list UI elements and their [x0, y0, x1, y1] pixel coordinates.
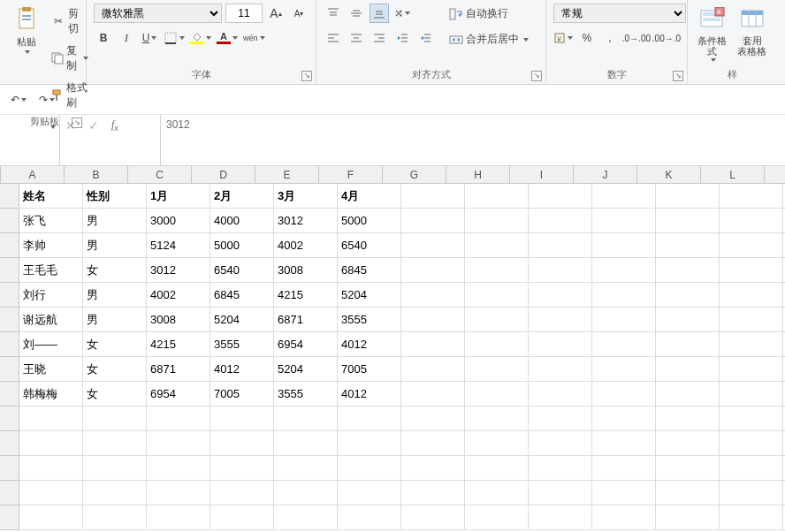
paste-button[interactable]: 粘贴 [11, 4, 42, 56]
cell[interactable] [210, 481, 274, 505]
cell[interactable] [465, 184, 529, 209]
cell[interactable] [210, 407, 274, 431]
cell[interactable] [401, 505, 465, 530]
cell[interactable] [401, 481, 465, 505]
cell[interactable] [401, 382, 465, 407]
cell[interactable] [338, 481, 401, 505]
row-header[interactable] [0, 209, 19, 233]
cell[interactable] [720, 209, 783, 233]
cell[interactable] [274, 431, 338, 456]
cell[interactable]: 4000 [210, 209, 274, 233]
cell[interactable] [656, 209, 720, 233]
cell[interactable] [720, 357, 783, 382]
cell[interactable] [529, 233, 592, 258]
cell[interactable] [83, 481, 147, 505]
row-header[interactable] [0, 283, 19, 308]
cell[interactable] [529, 283, 592, 308]
cell[interactable] [529, 431, 592, 456]
cell[interactable] [401, 456, 465, 481]
row-header[interactable] [0, 481, 19, 505]
row-header[interactable] [0, 357, 19, 382]
row-header[interactable] [0, 233, 19, 258]
cell[interactable] [720, 308, 783, 332]
cell[interactable] [592, 505, 656, 530]
undo-button[interactable]: ↶ [9, 90, 28, 110]
cell[interactable] [720, 382, 783, 407]
cell[interactable] [465, 456, 529, 481]
cell[interactable]: 3555 [210, 332, 274, 357]
cell[interactable] [401, 258, 465, 283]
cell[interactable]: 王晓 [19, 357, 83, 382]
row-header[interactable] [0, 308, 19, 332]
row-header[interactable] [0, 332, 19, 357]
cell[interactable]: 3555 [274, 382, 338, 407]
cell[interactable]: 6871 [274, 308, 338, 332]
cell[interactable] [19, 481, 83, 505]
cell[interactable]: 3012 [147, 258, 210, 283]
cell[interactable] [720, 258, 783, 283]
cell[interactable] [656, 283, 720, 308]
cell[interactable]: 男 [83, 283, 147, 308]
cell[interactable] [465, 283, 529, 308]
increase-decimal-button[interactable]: .0→.00 [623, 28, 650, 48]
cell[interactable] [465, 431, 529, 456]
cell[interactable] [401, 308, 465, 332]
cell[interactable] [529, 258, 592, 283]
cell[interactable]: 5204 [210, 308, 274, 332]
cell[interactable]: 男 [83, 308, 147, 332]
cell[interactable] [19, 505, 83, 530]
cell[interactable] [401, 357, 465, 382]
cell[interactable] [529, 456, 592, 481]
accept-formula-button[interactable]: ✓ [88, 118, 99, 133]
conditional-formatting-button[interactable]: ≠ 条件格式 [695, 4, 729, 64]
row-header[interactable] [0, 382, 19, 407]
row-header[interactable] [0, 505, 19, 530]
cell[interactable] [338, 431, 401, 456]
column-header[interactable]: A [1, 166, 65, 183]
italic-button[interactable]: I [117, 28, 136, 48]
cell[interactable]: 4002 [274, 233, 338, 258]
underline-button[interactable]: U [140, 28, 159, 48]
comma-style-button[interactable]: , [600, 28, 620, 48]
column-header[interactable]: D [192, 166, 255, 183]
cell[interactable] [210, 456, 274, 481]
cell[interactable] [592, 283, 656, 308]
cell[interactable] [656, 505, 720, 530]
cell[interactable] [529, 357, 592, 382]
cell[interactable] [592, 332, 656, 357]
cell[interactable] [338, 456, 401, 481]
cell[interactable]: 性别 [83, 184, 147, 209]
borders-button[interactable] [163, 28, 186, 48]
cell[interactable] [401, 209, 465, 233]
cell[interactable]: 5000 [338, 209, 401, 233]
cell[interactable] [83, 431, 147, 456]
formula-input[interactable] [166, 118, 780, 131]
cell[interactable] [592, 258, 656, 283]
phonetic-guide-button[interactable]: wén [242, 28, 266, 48]
cell[interactable]: 4月 [338, 184, 401, 209]
orientation-button[interactable]: ⤭ [392, 4, 412, 23]
cell[interactable]: 4215 [147, 332, 210, 357]
cell[interactable] [592, 382, 656, 407]
cell[interactable] [338, 505, 401, 530]
cell[interactable] [83, 407, 147, 431]
cell[interactable]: 女 [83, 332, 147, 357]
cell[interactable]: 7005 [338, 357, 401, 382]
cell[interactable]: 6871 [147, 357, 210, 382]
cell[interactable]: 4012 [338, 382, 401, 407]
cell[interactable]: 5204 [274, 357, 338, 382]
cell[interactable] [592, 407, 656, 431]
cell[interactable] [592, 357, 656, 382]
cell[interactable] [401, 184, 465, 209]
cell[interactable]: 3000 [147, 209, 210, 233]
cell[interactable]: 刘—— [19, 332, 83, 357]
percent-button[interactable]: % [577, 28, 597, 48]
cell[interactable]: 6540 [338, 233, 401, 258]
cell[interactable] [465, 209, 529, 233]
column-header[interactable]: E [255, 166, 319, 183]
cell[interactable] [529, 407, 592, 431]
cell[interactable]: 姓名 [19, 184, 83, 209]
align-left-button[interactable] [324, 28, 343, 48]
cell[interactable] [147, 407, 210, 431]
row-header[interactable] [0, 258, 19, 283]
